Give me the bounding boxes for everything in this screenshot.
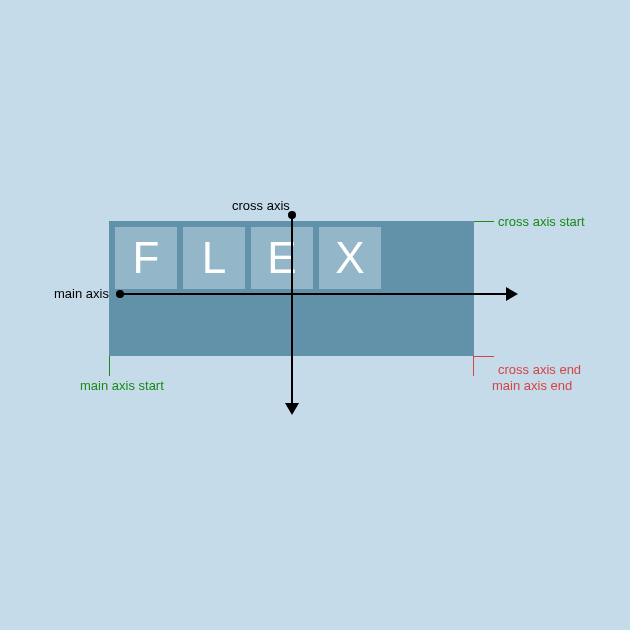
main-axis-end-tick [473, 356, 474, 376]
cross-axis-end-tick [474, 356, 494, 357]
cross-axis-line [291, 215, 293, 405]
cross-axis-label: cross axis [232, 198, 290, 213]
main-axis-start-tick [109, 356, 110, 376]
flex-item: F [115, 227, 177, 289]
cross-axis-end-label: cross axis end [498, 362, 581, 377]
cross-axis-start-tick [474, 221, 494, 222]
main-axis-end-label: main axis end [492, 378, 572, 393]
flex-item: X [319, 227, 381, 289]
main-axis-line [120, 293, 508, 295]
main-axis-start-label: main axis start [80, 378, 164, 393]
cross-axis-start-label: cross axis start [498, 214, 585, 229]
flex-item: E [251, 227, 313, 289]
main-axis-label: main axis [54, 286, 109, 301]
main-axis-origin-dot [116, 290, 124, 298]
main-axis-arrowhead [506, 287, 518, 301]
flex-item: L [183, 227, 245, 289]
cross-axis-arrowhead [285, 403, 299, 415]
